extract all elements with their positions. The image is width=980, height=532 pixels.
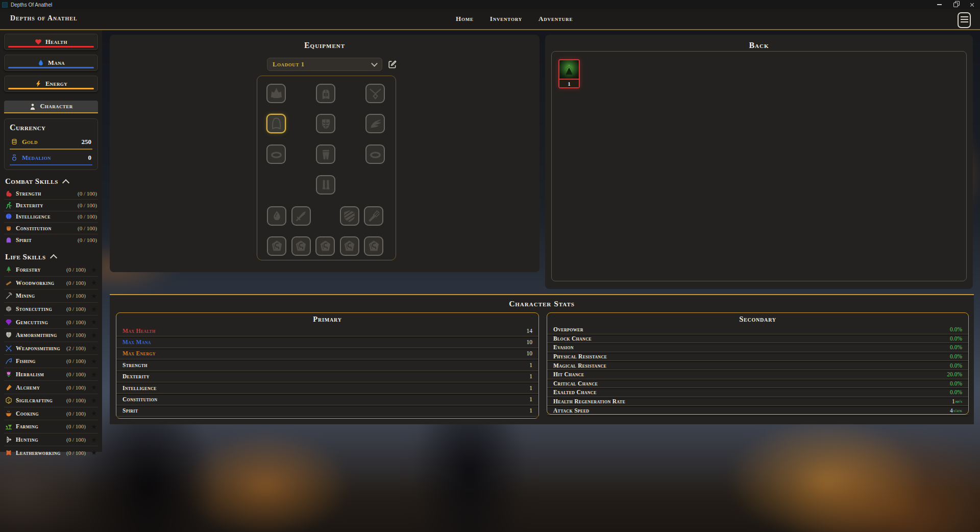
gold-label: Gold <box>22 138 38 146</box>
health-label: Health <box>45 38 67 46</box>
skill-name: Constitution <box>16 225 52 231</box>
ring-right-slot[interactable] <box>365 144 385 164</box>
skill-row-constitution[interactable]: Constitution(0 / 100) <box>4 222 98 234</box>
rune-slot-3[interactable] <box>315 236 335 256</box>
equipment-slots-grid <box>257 76 396 260</box>
inventory-item[interactable]: 1 <box>558 59 580 88</box>
chest-slot[interactable] <box>316 114 335 133</box>
skill-row-gemcutting[interactable]: Gemcutting(0 / 100)★ <box>4 315 98 328</box>
character-button[interactable]: Character <box>4 101 98 113</box>
skill-row-sigilcrafting[interactable]: Sigilcrafting(0 / 100)★ <box>4 394 98 407</box>
stat-row-spirit: Spirit1 <box>116 405 538 417</box>
heart-icon <box>35 38 42 45</box>
skill-row-woodworking[interactable]: Woodworking(0 / 100)★ <box>4 276 98 289</box>
stat-label: Evasion <box>553 344 574 350</box>
skill-row-cooking[interactable]: Cooking(0 / 100)★ <box>4 407 98 420</box>
stat-row-evasion: Evasion0.0% <box>547 343 968 352</box>
skill-row-herbalism[interactable]: Herbalism(0 / 100)★ <box>4 368 98 381</box>
hamburger-menu-icon[interactable] <box>958 12 971 28</box>
rune-slot-4[interactable] <box>340 236 359 256</box>
gloves-slot[interactable] <box>365 114 385 133</box>
skill-name: Fishing <box>16 358 36 364</box>
stat-value: 0.0% <box>950 380 962 386</box>
energy-box[interactable]: Energy <box>4 76 98 92</box>
skill-row-forestry[interactable]: Forestry(0 / 100)★ <box>4 263 98 276</box>
combat-skills-header[interactable]: Combat Skills <box>5 177 98 186</box>
loadout-select[interactable]: Loadout 1 <box>267 58 382 71</box>
boots-slot[interactable] <box>316 175 335 195</box>
skill-row-intelligence[interactable]: Intelligence(0 / 100) <box>4 211 98 223</box>
stat-label: Intelligence <box>122 385 157 391</box>
favorite-star-icon[interactable]: ★ <box>89 371 97 378</box>
fishing-rod-icon <box>5 357 12 365</box>
quiver-slot[interactable] <box>364 206 383 226</box>
favorite-star-icon[interactable]: ★ <box>89 331 97 339</box>
favorite-star-icon[interactable]: ★ <box>89 449 97 456</box>
chevron-down-icon <box>371 60 378 67</box>
offhand-orb-slot[interactable] <box>267 206 286 226</box>
sword-slot[interactable] <box>291 206 311 226</box>
favorite-star-icon[interactable]: ★ <box>89 409 97 417</box>
skill-name: Cooking <box>16 410 39 417</box>
mana-box[interactable]: Mana <box>4 55 98 71</box>
favorite-star-icon[interactable]: ★ <box>89 423 97 430</box>
water-drop-icon <box>37 59 44 66</box>
main-nav: Depths of Anathel Home Inventory Adventu… <box>0 9 980 30</box>
skill-row-alchemy[interactable]: Alchemy(0 / 100)★ <box>4 380 98 394</box>
amulet-slot[interactable] <box>365 84 385 103</box>
rune-slot-5[interactable] <box>364 236 383 256</box>
skill-count: (0 / 100) <box>66 410 86 417</box>
skill-row-farming[interactable]: Farming(0 / 100)★ <box>4 420 98 433</box>
skill-row-dexterity[interactable]: Dexterity(0 / 100) <box>4 199 98 211</box>
app-window: Depths Of Anathel Depths of Anathel Home… <box>0 0 980 532</box>
favorite-star-icon[interactable]: ★ <box>89 436 97 444</box>
restore-button[interactable] <box>947 0 964 9</box>
skill-row-leatherworking[interactable]: Leatherworking(0 / 100)★ <box>4 446 98 459</box>
medalion-value: 0 <box>88 154 92 162</box>
skill-row-stonecutting[interactable]: Stonecutting(0 / 100)★ <box>4 302 98 316</box>
skill-row-fishing[interactable]: Fishing(0 / 100)★ <box>4 354 98 368</box>
item-quantity: 1 <box>559 79 579 87</box>
back-title: Back <box>545 35 973 50</box>
skill-row-spirit[interactable]: Spirit(0 / 100) <box>4 234 98 246</box>
favorite-star-icon[interactable]: ★ <box>89 383 97 391</box>
skill-row-weaponsmithing[interactable]: Weaponsmithing(2 / 100)★ <box>4 342 98 355</box>
helmet-slot[interactable] <box>316 84 335 103</box>
nav-item-adventure[interactable]: Adventure <box>538 15 573 23</box>
cloak-slot[interactable] <box>266 114 286 133</box>
life-skills-header[interactable]: Life Skills <box>5 253 98 261</box>
favorite-star-icon[interactable]: ★ <box>89 397 97 404</box>
stat-row-health-regeneration-rate: Health Regeneration Rate1hp/s <box>547 397 968 406</box>
stat-row-exalted-chance: Exalted Chance0.0% <box>547 388 968 397</box>
favorite-star-icon[interactable]: ★ <box>89 318 97 326</box>
nav-item-inventory[interactable]: Inventory <box>490 15 522 23</box>
stat-value: 4 <box>950 407 953 414</box>
life-skills-title: Life Skills <box>5 253 46 261</box>
minimize-button[interactable] <box>931 0 947 9</box>
close-button[interactable] <box>964 0 980 9</box>
legs-slot[interactable] <box>316 144 335 164</box>
titlebar: Depths Of Anathel <box>0 0 980 9</box>
skill-row-armorsmithing[interactable]: Armorsmithing(0 / 100)★ <box>4 328 98 342</box>
favorite-star-icon[interactable]: ★ <box>89 292 97 300</box>
skill-row-strength[interactable]: Strength(0 / 100) <box>4 188 98 199</box>
favorite-star-icon[interactable]: ★ <box>89 344 97 352</box>
rune-slot-2[interactable] <box>291 236 311 256</box>
nav-item-home[interactable]: Home <box>456 15 474 23</box>
stat-label: Critical Chance <box>553 380 598 386</box>
stat-value: 10 <box>527 350 533 356</box>
favorite-star-icon[interactable]: ★ <box>89 305 97 313</box>
shield-slot[interactable] <box>340 206 359 226</box>
favorite-star-icon[interactable]: ★ <box>89 357 97 365</box>
skill-row-mining[interactable]: Mining(0 / 100)★ <box>4 289 98 302</box>
favorite-star-icon[interactable]: ★ <box>89 279 97 286</box>
skill-row-hunting[interactable]: Hunting(0 / 100)★ <box>4 433 98 446</box>
health-box[interactable]: Health <box>4 34 98 50</box>
favorite-star-icon[interactable]: ★ <box>89 266 97 274</box>
stat-row-overpower: Overpower0.0% <box>547 325 968 334</box>
circlet-slot[interactable] <box>266 84 286 103</box>
rune-slot-1[interactable] <box>267 236 286 256</box>
ring-left-slot[interactable] <box>266 144 286 164</box>
edit-loadout-button[interactable] <box>388 60 397 69</box>
stat-label: Exalted Chance <box>553 389 597 395</box>
